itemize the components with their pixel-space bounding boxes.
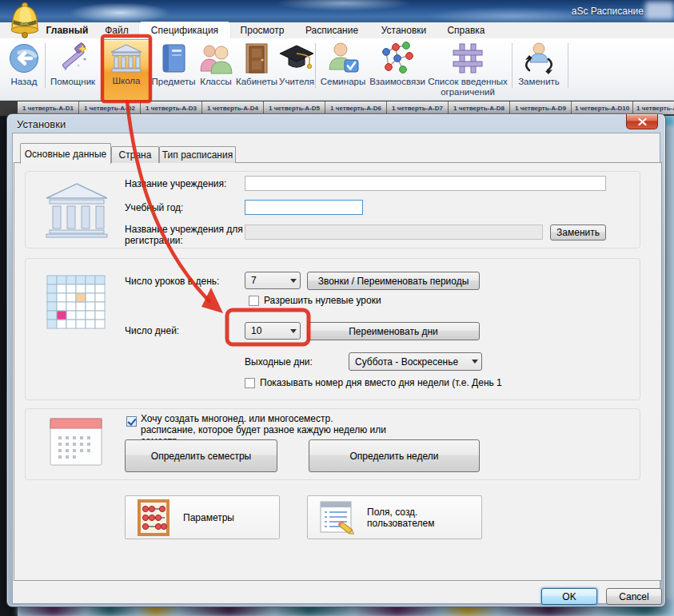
toolbar-item-classes[interactable]: Классы (197, 40, 235, 87)
institution-input[interactable] (245, 176, 606, 191)
weekend-label: Выходные дни: (245, 356, 313, 368)
define-terms-button[interactable]: Определить семестры (125, 439, 277, 472)
svg-text:asc: asc (21, 20, 30, 26)
toolbar-item-back[interactable]: Назад (5, 40, 43, 87)
replace-button[interactable]: Заменить (550, 225, 606, 240)
menu-tab-glavnyj[interactable]: Главный (40, 22, 94, 38)
cancel-button[interactable]: Cancel (606, 588, 662, 605)
toolbar-item-classrooms[interactable]: Кабинеты (235, 40, 278, 87)
window-title: aSc Расписание (572, 6, 644, 17)
toolbar-item-label: Классы (197, 77, 235, 87)
school-building-icon (102, 40, 150, 76)
app-logo-bell-icon: asc (4, 1, 46, 44)
menu-tab-ustanovki[interactable]: Установки (374, 22, 433, 38)
year-input[interactable] (245, 200, 363, 215)
toolbar-item-label: Взаимосвязи (368, 77, 427, 87)
day-number-label[interactable]: Показывать номер дня вместо дня недели (… (260, 377, 502, 388)
define-weeks-button[interactable]: Определить недели (309, 439, 480, 472)
toolbar-item-replace[interactable]: Заменить (515, 40, 563, 87)
toolbar-item-label: Предметы (150, 77, 197, 87)
titlebar: aSc Расписание (0, 0, 674, 22)
toolbar-item-label: Заменить (515, 77, 563, 87)
timetable-header-cell: 1 четверть-А-D6 (325, 101, 387, 114)
year-label: Учебный год: (125, 202, 183, 213)
lessons-per-day-select[interactable]: 7 (245, 272, 301, 289)
toolbar-item-assistant[interactable]: Помощник (46, 40, 99, 87)
toolbar-item-label: Школа (102, 76, 150, 86)
weekend-select[interactable]: Суббота - Воскресенье (349, 352, 482, 371)
bells-rename-periods-button[interactable]: Звонки / Переименовать периоды (307, 272, 480, 290)
timetable-header-cell: 1 четверть-А-D8 (449, 101, 510, 114)
day-number-checkbox[interactable] (245, 378, 255, 388)
timetable-header-cell: 1 четверть-А-D7 (387, 101, 449, 114)
days-count-label: Число дней: (125, 325, 179, 336)
timetable-grid-icon (46, 274, 106, 333)
zero-lessons-checkbox[interactable] (249, 296, 259, 306)
rename-days-button[interactable]: Переименовать дни (307, 322, 480, 340)
app-window: aSc Расписание asc Главный Файл Специфик… (0, 0, 674, 616)
ok-button[interactable]: OK (541, 588, 597, 605)
toolbar-item-relations[interactable]: Взаимосвязи (368, 40, 427, 87)
registration-input[interactable] (245, 225, 543, 240)
dialog-title: Установки (17, 118, 66, 130)
toolbar-item-subjects[interactable]: Предметы (150, 40, 197, 87)
grid-constraints-icon (426, 40, 509, 77)
timetable-header-cell: 1 четверть-А-D9 (510, 101, 572, 114)
timetable-header-cell: 1 четверть-А-D10 (572, 101, 633, 114)
tab-basic-data[interactable]: Основные данные (20, 143, 111, 164)
close-icon (638, 118, 647, 125)
back-icon (5, 40, 43, 77)
parameters-button-label: Параметры (183, 512, 234, 523)
menu-tab-spravka[interactable]: Справка (441, 22, 491, 38)
toolbar-separator (315, 43, 316, 88)
custom-fields-button-label: Поля, созд. пользователем (367, 507, 481, 529)
zero-lessons-label[interactable]: Разрешить нулевые уроки (264, 295, 381, 306)
lessons-per-day-value: 7 (251, 275, 257, 286)
timetable-header-cell: 1 четверть-А-D4 (202, 101, 264, 114)
multiweek-checkbox[interactable] (126, 416, 137, 427)
toolbar-item-teachers[interactable]: Учителя (278, 40, 315, 87)
tab-schedule-type[interactable]: Тип расписания (159, 146, 236, 163)
institution-label: Название учреждения: (125, 178, 226, 189)
person-check-icon (318, 40, 368, 77)
dialog-close-button[interactable] (626, 114, 658, 129)
settings-dialog: Установки Основные данные Страна Тип рас… (6, 113, 666, 607)
days-count-value: 10 (251, 325, 261, 336)
swap-person-icon (515, 40, 563, 77)
abacus-icon (137, 499, 170, 537)
tab-country[interactable]: Страна (111, 146, 159, 163)
toolbar-item-label: Помощник (46, 77, 99, 87)
custom-fields-icon (317, 499, 356, 536)
menu-tab-fajl[interactable]: Файл (99, 22, 134, 38)
toolbar-item-label: Кабинеты (235, 77, 278, 87)
toolbar-item-seminars[interactable]: Семинары (318, 40, 368, 87)
parameters-button[interactable]: Параметры (125, 495, 280, 539)
ribbon-tab-bar: Главный Файл Спецификация Просмотр Распи… (0, 22, 674, 38)
door-icon (235, 40, 278, 77)
toolbar-item-constraints-list[interactable]: Список введенных ограничений (426, 40, 509, 97)
days-count-select[interactable]: 10 (245, 322, 301, 340)
toolbar-item-school[interactable]: Школа (102, 39, 151, 101)
lessons-per-day-label: Число уроков в день: (125, 276, 219, 287)
registration-label: Название учреждения для регистрации: (125, 224, 245, 246)
two-people-icon (197, 40, 235, 77)
toolbar-separator (45, 43, 46, 88)
menu-tab-prosmotr[interactable]: Просмотр (233, 22, 291, 38)
timetable-header-cell: 1 четверть-А-D3 (141, 101, 202, 114)
book-icon (150, 40, 197, 77)
calendar-icon (49, 417, 105, 471)
menu-tab-raspisanie[interactable]: Расписание (301, 22, 363, 38)
toolbar-item-label: Учителя (278, 77, 315, 87)
timetable-header-cell: 1 четверть-А-D1 (18, 101, 79, 114)
chevron-down-icon (468, 353, 481, 370)
toolbar-item-label: Назад (5, 77, 43, 87)
chevron-down-icon (286, 272, 300, 288)
toolbar-item-label: Семинары (318, 77, 368, 87)
toolbar-separator (512, 43, 512, 88)
timetable-header-cell: 1 четверть-А-D11 (633, 101, 674, 114)
custom-fields-button[interactable]: Поля, созд. пользователем (307, 495, 482, 539)
molecule-graph-icon (368, 40, 427, 77)
toolbar-separator (568, 43, 568, 88)
timetable-header-cell: 1 четверть-А-D2 (79, 101, 141, 114)
menu-tab-specifikaciya[interactable]: Спецификация (139, 22, 230, 38)
